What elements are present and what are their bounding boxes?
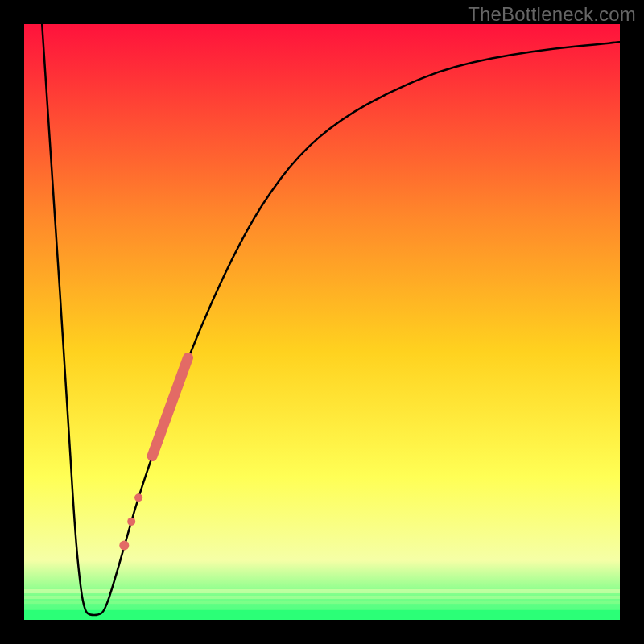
data-point bbox=[119, 541, 129, 551]
data-points-layer bbox=[24, 24, 620, 620]
watermark-text: TheBottleneck.com bbox=[468, 3, 636, 26]
data-point bbox=[134, 493, 142, 502]
plot-area bbox=[24, 24, 620, 620]
chart-frame: TheBottleneck.com bbox=[0, 0, 644, 644]
data-point bbox=[127, 518, 135, 526]
